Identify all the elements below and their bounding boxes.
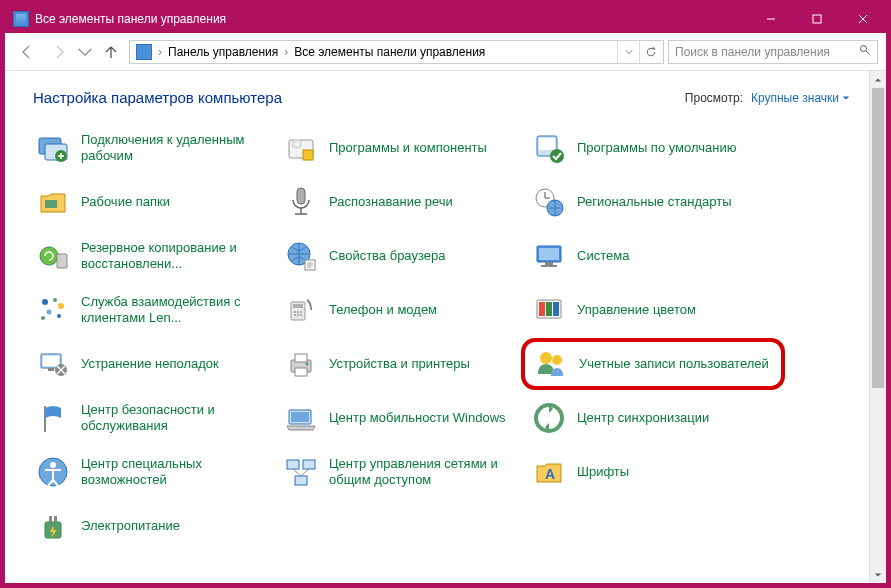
- item-speech-recognition[interactable]: Распознавание речи: [281, 180, 529, 224]
- item-lenovo-customer[interactable]: Служба взаимодействия с клиентами Len...: [33, 288, 281, 332]
- item-power-options[interactable]: Электропитание: [33, 504, 281, 548]
- svg-rect-72: [49, 516, 52, 522]
- item-system[interactable]: Система: [529, 234, 777, 278]
- address-bar: › Панель управления › Все элементы панел…: [5, 33, 886, 71]
- item-phone-modem[interactable]: Телефон и модем: [281, 288, 529, 332]
- item-mobility-center[interactable]: Центр мобильности Windows: [281, 396, 529, 440]
- svg-point-41: [300, 311, 302, 313]
- svg-point-40: [297, 311, 299, 313]
- search-input[interactable]: Поиск в панели управления: [668, 40, 878, 64]
- svg-rect-29: [545, 262, 553, 265]
- breadcrumb[interactable]: › Панель управления › Все элементы панел…: [129, 40, 664, 64]
- item-network-sharing[interactable]: Центр управления сетями и общим доступом: [281, 450, 529, 494]
- printer-icon: [283, 346, 319, 382]
- dots-icon: [35, 292, 71, 328]
- titlebar: Все элементы панели управления: [5, 5, 886, 33]
- control-panel-icon: [136, 44, 152, 60]
- page-title: Настройка параметров компьютера: [33, 89, 282, 106]
- svg-point-14: [550, 149, 564, 163]
- svg-rect-16: [297, 188, 305, 204]
- microphone-icon: [283, 184, 319, 220]
- scroll-down-button[interactable]: [870, 566, 886, 583]
- item-work-folders[interactable]: Рабочие папки: [33, 180, 281, 224]
- up-button[interactable]: [97, 38, 125, 66]
- svg-point-36: [41, 316, 45, 320]
- svg-point-35: [57, 314, 61, 318]
- item-label: Центр безопасности и обслуживания: [81, 402, 271, 435]
- svg-point-64: [50, 462, 56, 468]
- scroll-up-button[interactable]: [870, 71, 886, 88]
- search-placeholder: Поиск в панели управления: [675, 45, 830, 59]
- minimize-button[interactable]: [748, 5, 794, 33]
- item-ease-of-access[interactable]: Центр специальных возможностей: [33, 450, 281, 494]
- chevron-right-icon: ›: [156, 45, 164, 59]
- item-label: Резервное копирование и восстановлени...: [81, 240, 271, 273]
- svg-rect-13: [539, 138, 555, 150]
- globe-icon: [283, 238, 319, 274]
- history-dropdown[interactable]: [77, 38, 93, 66]
- svg-rect-11: [303, 150, 313, 160]
- item-label: Управление цветом: [577, 302, 696, 318]
- item-regional-standards[interactable]: Региональные стандарты: [529, 180, 777, 224]
- chevron-right-icon: ›: [282, 45, 290, 59]
- item-internet-options[interactable]: Свойства браузера: [281, 234, 529, 278]
- svg-rect-28: [539, 248, 559, 260]
- svg-rect-24: [57, 254, 67, 268]
- svg-point-44: [300, 314, 302, 316]
- item-user-accounts[interactable]: Учетные записи пользователей: [521, 338, 785, 390]
- svg-rect-51: [48, 368, 54, 371]
- back-button[interactable]: [13, 38, 41, 66]
- maximize-button[interactable]: [794, 5, 840, 33]
- scroll-thumb[interactable]: [872, 88, 884, 388]
- item-backup-restore[interactable]: Резервное копирование и восстановлени...: [33, 234, 281, 278]
- svg-point-23: [40, 247, 58, 265]
- item-label: Система: [577, 248, 629, 264]
- default-programs-icon: [531, 130, 567, 166]
- svg-rect-65: [287, 460, 299, 469]
- svg-rect-73: [54, 516, 57, 522]
- item-label: Свойства браузера: [329, 248, 445, 264]
- item-color-management[interactable]: Управление цветом: [529, 288, 777, 332]
- svg-rect-47: [546, 302, 552, 316]
- svg-rect-61: [291, 412, 309, 422]
- item-default-programs[interactable]: Программы по умолчанию: [529, 126, 777, 170]
- svg-point-32: [53, 298, 57, 302]
- item-troubleshooting[interactable]: Устранение неполадок: [33, 342, 281, 386]
- svg-point-43: [297, 314, 299, 316]
- item-label: Подключения к удаленным рабочим: [81, 132, 271, 165]
- content-area: Настройка параметров компьютера Просмотр…: [5, 71, 886, 583]
- svg-line-68: [293, 469, 301, 476]
- item-label: Шрифты: [577, 464, 629, 480]
- close-button[interactable]: [840, 5, 886, 33]
- item-security-maintenance[interactable]: Центр безопасности и обслуживания: [33, 396, 281, 440]
- remote-connections-icon: [35, 130, 71, 166]
- breadcrumb-root[interactable]: Панель управления: [164, 45, 282, 59]
- item-label: Устройства и принтеры: [329, 356, 470, 372]
- breadcrumb-current[interactable]: Все элементы панели управления: [290, 45, 489, 59]
- forward-button[interactable]: [45, 38, 73, 66]
- item-devices-printers[interactable]: Устройства и принтеры: [281, 342, 529, 386]
- item-sync-center[interactable]: Центр синхронизации: [529, 396, 777, 440]
- refresh-button[interactable]: [639, 41, 661, 63]
- item-label: Электропитание: [81, 518, 180, 534]
- scrollbar[interactable]: [869, 71, 886, 583]
- crumb-dropdown[interactable]: [617, 41, 639, 63]
- item-remote-connections[interactable]: Подключения к удаленным рабочим: [33, 126, 281, 170]
- svg-rect-38: [293, 304, 303, 308]
- item-label: Центр мобильности Windows: [329, 410, 506, 426]
- view-by-value[interactable]: Крупные значки: [751, 91, 850, 105]
- item-label: Служба взаимодействия с клиентами Len...: [81, 294, 271, 327]
- item-programs-components[interactable]: Программы и компоненты: [281, 126, 529, 170]
- svg-point-58: [552, 355, 562, 365]
- item-label: Программы по умолчанию: [577, 140, 736, 156]
- item-label: Региональные стандарты: [577, 194, 731, 210]
- svg-rect-55: [295, 368, 307, 376]
- item-fonts[interactable]: AШрифты: [529, 450, 777, 494]
- color-icon: [531, 292, 567, 328]
- svg-rect-15: [45, 200, 57, 208]
- work-folders-icon: [35, 184, 71, 220]
- power-icon: [35, 508, 71, 544]
- view-by: Просмотр: Крупные значки: [685, 91, 850, 105]
- svg-rect-67: [295, 476, 307, 485]
- system-icon: [531, 238, 567, 274]
